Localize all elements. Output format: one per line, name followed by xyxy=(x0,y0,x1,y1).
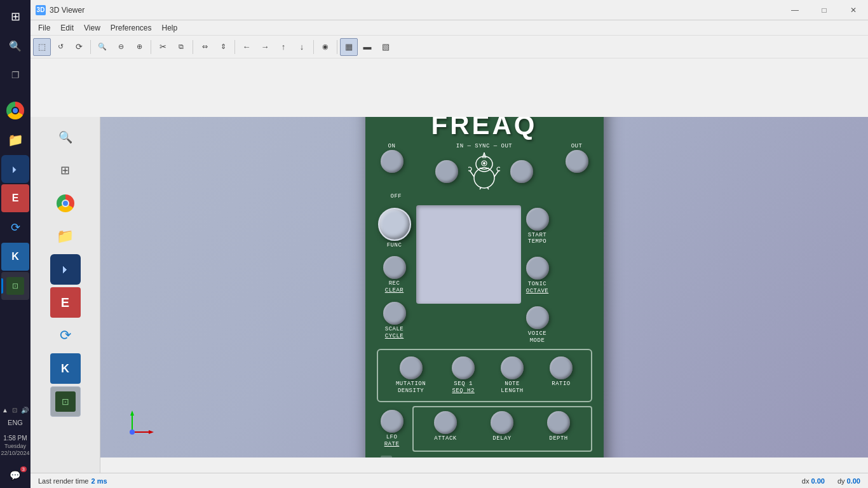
menu-edit[interactable]: Edit xyxy=(55,22,79,34)
tonic-octave-knob[interactable] xyxy=(526,257,549,280)
on-knob[interactable] xyxy=(381,150,403,173)
tb-select[interactable]: ⬚ xyxy=(33,38,51,56)
scale-cycle-knob[interactable] xyxy=(383,302,406,325)
status-right: dx 0.00 dy 0.00 xyxy=(802,477,860,485)
tonic-octave-label: TONICOCTAVE xyxy=(526,281,548,295)
sync-label: IN — SYNC — OUT xyxy=(456,143,513,150)
seq-knobs-row: MUTATIONDENSITY SEQ 1SEQ H2 NOTELENGTH xyxy=(383,356,586,395)
dy-group: dy 0.00 xyxy=(837,477,860,485)
sidebar-editor[interactable]: E xyxy=(50,287,81,318)
tb-flip-v[interactable]: ⇕ xyxy=(214,38,232,56)
kicad-taskbar-icon[interactable]: K xyxy=(1,243,29,271)
tb-view2[interactable]: ▬ xyxy=(358,38,376,56)
tb-refresh[interactable]: ⟳ xyxy=(70,38,88,56)
sidebar-folder[interactable]: 📁 xyxy=(50,221,81,252)
app-title: 3D Viewer xyxy=(50,6,85,15)
sync-in-knob[interactable] xyxy=(435,160,458,183)
menu-view[interactable]: View xyxy=(79,22,105,34)
voice-mode-col: VOICEMODE xyxy=(526,306,549,344)
sync-taskbar-icon[interactable]: ⟳ xyxy=(1,214,29,241)
depth-knob[interactable] xyxy=(547,411,570,434)
folder-taskbar-icon[interactable]: 📁 xyxy=(1,126,29,154)
module-title: FREAQ xyxy=(431,117,538,140)
tb-zoom-in[interactable]: 🔍 xyxy=(93,38,111,56)
tb-sep4 xyxy=(234,40,235,54)
note-length-knob[interactable] xyxy=(501,356,524,379)
sidebar-pcb[interactable]: ⊡ xyxy=(50,386,81,417)
menu-bar: File Edit View Preferences Help xyxy=(31,20,868,36)
tb-copy[interactable]: ⧉ xyxy=(172,38,190,56)
sidebar-sync[interactable]: ⟳ xyxy=(50,320,81,351)
system-time: 1:58 PM Tuesday22/10/2024 xyxy=(1,434,29,458)
lfo-rate-knob[interactable] xyxy=(381,410,403,433)
seq1-col: SEQ 1SEQ H2 xyxy=(452,356,475,395)
maximize-button[interactable]: □ xyxy=(810,0,839,20)
chrome-taskbar-icon[interactable] xyxy=(1,97,29,125)
tb-flip-h[interactable]: ⇔ xyxy=(196,38,214,56)
tb-move-up[interactable]: ↑ xyxy=(275,38,292,56)
notification-button[interactable]: 💬 3 xyxy=(1,465,29,485)
dx-value: 0.00 xyxy=(811,477,824,485)
dy-value: 0.00 xyxy=(847,477,860,485)
toolbar: ⬚ ↺ ⟳ 🔍 ⊖ ⊕ ✂ ⧉ ⇔ ⇕ ← → ↑ ↓ ◉ ▦ ▬ ▧ xyxy=(31,36,868,58)
tb-view3[interactable]: ▧ xyxy=(377,38,395,56)
tb-sep6 xyxy=(337,40,337,54)
ratio-knob[interactable] xyxy=(550,356,573,379)
tb-sphere[interactable]: ◉ xyxy=(316,38,334,56)
func-label: FUNC xyxy=(387,242,402,249)
start-tempo-knob[interactable] xyxy=(526,208,549,231)
sidebar-search[interactable]: 🔍 xyxy=(50,122,81,152)
svg-marker-13 xyxy=(130,410,134,416)
delay-knob[interactable] xyxy=(491,411,513,434)
sidebar-grid[interactable]: ⊞ xyxy=(50,155,81,186)
editor-taskbar-icon[interactable]: E xyxy=(1,184,29,212)
on-knob-col: ON xyxy=(381,142,403,173)
tb-move-left[interactable]: ← xyxy=(238,38,255,56)
menu-file[interactable]: File xyxy=(33,22,55,34)
minimize-button[interactable]: — xyxy=(780,0,810,20)
pcb-taskbar-icon[interactable]: ⊡ xyxy=(1,272,29,300)
out-knob[interactable] xyxy=(566,150,588,173)
display-screen xyxy=(416,205,521,304)
svg-marker-15 xyxy=(149,430,154,434)
delay-col: DELAY xyxy=(491,411,513,447)
3d-viewport[interactable]: FREAQ ON IN — SYNC — OUT xyxy=(100,117,868,458)
tb-cut[interactable]: ✂ xyxy=(154,38,172,56)
tb-zoom-out[interactable]: ⊖ xyxy=(112,38,130,56)
tb-zoom-fit[interactable]: ⊕ xyxy=(130,38,148,56)
tb-move-down[interactable]: ↓ xyxy=(293,38,311,56)
voice-mode-knob[interactable] xyxy=(526,306,549,329)
language-indicator[interactable]: ENG xyxy=(8,419,23,426)
windows-taskbar: ⊞ 🔍 ❐ 📁 ⏵ E ⟳ K ⊡ ▲ ⊡ 🔊 ENG 1:58 PM Tues… xyxy=(0,0,31,488)
taskview-button[interactable]: ❐ xyxy=(1,61,29,89)
sidebar-kicad[interactable]: K xyxy=(50,353,81,384)
tb-rotate[interactable]: ↺ xyxy=(51,38,69,56)
seq1-knob[interactable] xyxy=(452,356,475,379)
sync-out-knob[interactable] xyxy=(510,160,533,183)
tb-view1[interactable]: ▦ xyxy=(340,38,358,56)
sidebar-chrome[interactable] xyxy=(50,188,81,219)
left-sidebar: 🔍 ⊞ 📁 ⏵ E ⟳ K ⊡ xyxy=(31,117,100,488)
delay-label: DELAY xyxy=(492,435,512,442)
attack-label: ATTACK xyxy=(434,435,456,442)
rec-clear-knob[interactable] xyxy=(383,256,406,279)
mid-section: FUNC RECCLEAR SCALECYCLE xyxy=(376,205,593,344)
tb-move-right[interactable]: → xyxy=(256,38,274,56)
attack-knob[interactable] xyxy=(434,411,457,434)
sidebar-media[interactable]: ⏵ xyxy=(50,254,81,285)
menu-preferences[interactable]: Preferences xyxy=(105,22,157,34)
start-button[interactable]: ⊞ xyxy=(1,3,29,30)
close-button[interactable]: ✕ xyxy=(839,0,868,20)
title-bar-left: 3D 3D Viewer xyxy=(31,5,85,15)
func-knob[interactable] xyxy=(378,208,411,241)
axes-indicator xyxy=(119,407,158,445)
mutation-density-col: MUTATIONDENSITY xyxy=(396,356,426,395)
menu-help[interactable]: Help xyxy=(157,22,183,34)
media-taskbar-icon[interactable]: ⏵ xyxy=(1,155,29,183)
svg-point-7 xyxy=(483,162,485,165)
tonic-octave-col: TONICOCTAVE xyxy=(526,257,549,295)
off-label-row: OFF xyxy=(376,192,593,200)
mutation-knob[interactable] xyxy=(400,356,423,379)
search-taskbar-button[interactable]: 🔍 xyxy=(1,32,29,60)
dx-group: dx 0.00 xyxy=(802,477,825,485)
